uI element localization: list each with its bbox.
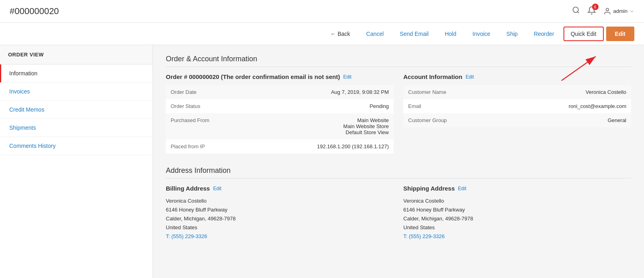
shipping-address-block: Shipping Address Edit Veronica Costello …	[403, 185, 631, 241]
action-bar: ← Back Cancel Send Email Hold Invoice Sh…	[0, 23, 644, 45]
header-right: 6 admin	[572, 6, 634, 16]
svg-point-2	[606, 8, 609, 11]
svg-point-0	[573, 7, 578, 12]
billing-name: Veronica Costello	[166, 197, 394, 205]
shipping-address-title: Shipping Address Edit	[403, 185, 631, 192]
sidebar-item-shipments[interactable]: Shipments	[0, 119, 153, 137]
hold-button[interactable]: Hold	[438, 27, 463, 41]
top-header: #000000020 6 admin	[0, 0, 644, 23]
address-grid: Billing Address Edit Veronica Costello 6…	[166, 185, 631, 247]
back-button[interactable]: ← Back	[324, 27, 357, 41]
table-row: Order Date Aug 7, 2019, 9:08:32 PM	[166, 85, 394, 99]
shipping-phone: T: (555) 229-3326	[403, 232, 631, 241]
cancel-button[interactable]: Cancel	[359, 27, 391, 41]
table-row: Email roni_cost@example.com	[403, 99, 631, 113]
shipping-country: United States	[403, 223, 631, 232]
account-info-block: Account Information Edit Customer Name V…	[403, 73, 631, 154]
sidebar-item-information[interactable]: Information	[0, 64, 153, 83]
admin-user-menu[interactable]: admin	[603, 7, 634, 15]
sidebar: ORDER VIEW Information Invoices Credit M…	[0, 45, 153, 278]
table-row: Customer Group General	[403, 113, 631, 127]
shipping-address-edit-link[interactable]: Edit	[458, 186, 466, 191]
content-area: Order & Account Information Order # 0000…	[153, 45, 644, 278]
table-row: Purchased From Main WebsiteMain Website …	[166, 113, 394, 139]
send-email-button[interactable]: Send Email	[393, 27, 436, 41]
table-row: Order Status Pending	[166, 99, 394, 113]
page-title: #000000020	[10, 6, 59, 17]
order-account-section-title: Order & Account Information	[166, 55, 631, 67]
address-section: Address Information Billing Address Edit…	[166, 166, 631, 247]
order-info-block: Order # 000000020 (The order confirmatio…	[166, 73, 394, 154]
account-info-edit-link[interactable]: Edit	[466, 74, 474, 80]
table-row: Customer Name Veronica Costello	[403, 85, 631, 99]
shipping-city-state: Calder, Michigan, 49628-7978	[403, 214, 631, 223]
admin-label: admin	[613, 8, 627, 14]
billing-phone: T: (555) 229-3326	[166, 232, 394, 241]
notification-count: 6	[592, 4, 599, 10]
sidebar-item-comments-history[interactable]: Comments History	[0, 137, 153, 155]
sidebar-item-credit-memos[interactable]: Credit Memos	[0, 101, 153, 119]
order-account-grid: Order # 000000020 (The order confirmatio…	[166, 73, 631, 154]
reorder-button[interactable]: Reorder	[527, 27, 561, 41]
notifications-bell[interactable]: 6	[587, 6, 596, 16]
address-section-title: Address Information	[166, 166, 631, 178]
order-account-section: Order & Account Information Order # 0000…	[166, 55, 631, 154]
invoice-button[interactable]: Invoice	[466, 27, 497, 41]
order-info-edit-link[interactable]: Edit	[343, 74, 352, 80]
billing-address-block: Billing Address Edit Veronica Costello 6…	[166, 185, 394, 241]
order-info-title: Order # 000000020 (The order confirmatio…	[166, 73, 394, 80]
ship-button[interactable]: Ship	[500, 27, 524, 41]
sidebar-heading: ORDER VIEW	[0, 45, 153, 64]
billing-country: United States	[166, 223, 394, 232]
main-layout: ORDER VIEW Information Invoices Credit M…	[0, 45, 644, 278]
account-info-table: Customer Name Veronica Costello Email ro…	[403, 85, 631, 127]
billing-street: 6146 Honey Bluff Parkway	[166, 205, 394, 214]
sidebar-item-invoices[interactable]: Invoices	[0, 83, 153, 101]
billing-address-title: Billing Address Edit	[166, 185, 394, 192]
account-info-title: Account Information Edit	[403, 73, 631, 80]
table-row: Placed from IP 192.168.1.200 (192.168.1.…	[166, 139, 394, 154]
billing-city-state: Calder, Michigan, 49628-7978	[166, 214, 394, 223]
quick-edit-button[interactable]: Quick Edit	[564, 27, 604, 41]
billing-address-edit-link[interactable]: Edit	[213, 186, 221, 191]
svg-line-1	[577, 12, 579, 13]
search-icon[interactable]	[572, 6, 580, 16]
shipping-name: Veronica Costello	[403, 197, 631, 205]
shipping-street: 6146 Honey Bluff Parkway	[403, 205, 631, 214]
edit-button[interactable]: Edit	[606, 27, 634, 41]
order-info-table: Order Date Aug 7, 2019, 9:08:32 PM Order…	[166, 85, 394, 154]
